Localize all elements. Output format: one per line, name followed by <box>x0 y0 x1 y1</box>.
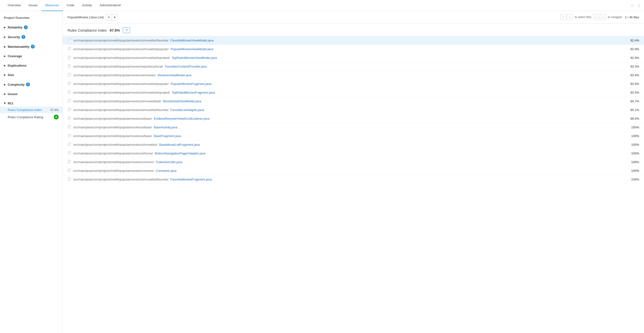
file-row[interactable]: src/main/java/com/projects/melih/popular… <box>63 158 644 167</box>
nav-overview[interactable]: Overview <box>4 0 24 11</box>
file-name[interactable]: MovieDetailViewModel.java <box>163 99 201 103</box>
file-left: src/main/java/com/projects/melih/popular… <box>68 90 625 95</box>
duplications-arrow: ▶ <box>4 64 6 67</box>
sidebar-item-rules-compliance-rating[interactable]: Rules Compliance Rating A <box>0 113 62 121</box>
metric-header: Rules Compliance Index 97.8% ↗ <box>63 24 644 36</box>
security-help-icon[interactable]: ? <box>22 35 25 39</box>
file-name[interactable]: BaseMovieListFragment.java <box>159 143 200 146</box>
sidebar-section-reliability-header[interactable]: ▶ Reliability ? <box>0 24 62 31</box>
nav-measures[interactable]: Measures <box>42 0 63 11</box>
list-view-icon: ≡ <box>108 16 110 19</box>
nav-activity[interactable]: Activity <box>78 0 96 11</box>
file-name[interactable]: FavoritesContentProvider.java <box>165 65 207 68</box>
nav-code[interactable]: Code <box>63 0 78 11</box>
project-label: PopularMovies (Java Lint) <box>68 16 104 19</box>
nav-up-button[interactable]: ↑ <box>560 14 566 20</box>
file-score: 92.9% <box>625 47 639 51</box>
file-row[interactable]: src/main/java/com/projects/melih/popular… <box>63 167 644 175</box>
file-row[interactable]: src/main/java/com/projects/melih/popular… <box>63 71 644 80</box>
file-score: 93.5% <box>625 82 639 86</box>
nav-down-button[interactable]: ↓ <box>567 14 573 20</box>
file-icon <box>68 38 72 43</box>
file-name[interactable]: ReviewsViewModel.java <box>158 73 192 77</box>
sidebar-section-size: ▶ Size <box>0 70 62 80</box>
file-row[interactable]: src/main/java/com/projects/melih/popular… <box>63 149 644 158</box>
file-score: 100% <box>625 178 639 181</box>
file-icon <box>68 151 72 156</box>
file-row[interactable]: src/main/java/com/projects/melih/popular… <box>63 114 644 123</box>
view-dropdown-button[interactable]: ▾ <box>112 15 118 20</box>
file-row[interactable]: src/main/java/com/projects/melih/popular… <box>63 45 644 54</box>
file-row[interactable]: src/main/java/com/projects/melih/popular… <box>63 62 644 71</box>
file-row[interactable]: src/main/java/com/projects/melih/popular… <box>63 175 644 184</box>
file-icon <box>68 160 72 164</box>
file-left: src/main/java/com/projects/melih/popular… <box>68 160 625 164</box>
sidebar-section-size-header[interactable]: ▶ Size <box>0 72 62 78</box>
sidebar-section-maintainability: ▶ Maintainability ? <box>0 42 62 51</box>
file-row[interactable]: src/main/java/com/projects/melih/popular… <box>63 106 644 114</box>
file-row[interactable]: src/main/java/com/projects/melih/popular… <box>63 36 644 45</box>
file-path: src/main/java/com/projects/melih/popular… <box>73 169 154 173</box>
file-row[interactable]: src/main/java/com/projects/melih/popular… <box>63 132 644 140</box>
file-name[interactable]: FavoriteListAdapter.java <box>170 108 204 112</box>
complexity-help-icon[interactable]: ? <box>26 83 30 86</box>
sidebar-section-maintainability-header[interactable]: ▶ Maintainability ? <box>0 43 62 50</box>
sidebar-section-issues-header[interactable]: ▶ Issues <box>0 91 62 97</box>
file-name[interactable]: CollectionUtils.java <box>156 160 182 164</box>
file-row[interactable]: src/main/java/com/projects/melih/popular… <box>63 123 644 132</box>
file-row[interactable]: src/main/java/com/projects/melih/popular… <box>63 140 644 149</box>
nav-administration[interactable]: Administration <box>96 0 125 11</box>
file-path: src/main/java/com/projects/melih/popular… <box>73 99 161 103</box>
file-name[interactable]: FavoriteMoviesViewModel.java <box>170 39 214 42</box>
file-left: src/main/java/com/projects/melih/popular… <box>68 108 625 112</box>
sidebar-section-rci: ▶ RCI Rules Compliance Index 97.8% Rules… <box>0 99 62 122</box>
file-name[interactable]: Constants.java <box>156 169 176 173</box>
maintainability-help-icon[interactable]: ? <box>31 45 35 49</box>
view-list-button[interactable]: ≡ <box>106 15 112 20</box>
file-icon <box>68 108 72 112</box>
file-row[interactable]: src/main/java/com/projects/melih/popular… <box>63 54 644 62</box>
file-name[interactable]: EndlessRecyclerViewScrollListener.java <box>154 117 209 120</box>
nav-issues[interactable]: Issues <box>24 0 42 11</box>
trend-button[interactable]: ↗ <box>123 27 130 33</box>
nav-right-button[interactable]: → <box>600 14 606 20</box>
file-row[interactable]: src/main/java/com/projects/melih/popular… <box>63 80 644 88</box>
sidebar-section-complexity-header[interactable]: ▶ Complexity ? <box>0 81 62 88</box>
select-files-text: to select files <box>575 16 592 19</box>
sidebar-section-security: ▶ Security ? <box>0 32 62 42</box>
file-name[interactable]: BottomNavigationPagerAdapter.java <box>155 152 206 155</box>
sidebar-section-security-header[interactable]: ▶ Security ? <box>0 34 62 40</box>
file-left: src/main/java/com/projects/melih/popular… <box>68 47 625 51</box>
reliability-label: Reliability <box>8 26 22 29</box>
file-row[interactable]: src/main/java/com/projects/melih/popular… <box>63 97 644 106</box>
file-name[interactable]: TopRatedMoviesViewModel.java <box>172 56 217 60</box>
file-name[interactable]: PopularMoviesViewModel.java <box>170 47 213 51</box>
file-path: src/main/java/com/projects/melih/popular… <box>73 143 157 146</box>
size-label: Size <box>8 73 14 77</box>
nav-icon-group: ☆ ⌂ <box>630 3 640 8</box>
star-icon[interactable]: ☆ <box>630 3 634 8</box>
sidebar-section-coverage-header[interactable]: ▶ Coverage <box>0 53 62 59</box>
file-row[interactable]: src/main/java/com/projects/melih/popular… <box>63 88 644 97</box>
metric-label: Rules Compliance Index <box>68 28 107 32</box>
file-score: 94.7% <box>625 99 639 103</box>
file-path: src/main/java/com/projects/melih/popular… <box>73 65 163 68</box>
file-name[interactable]: FavoriteMoviesFragment.java <box>170 178 212 181</box>
file-score: 98.6% <box>625 117 639 120</box>
sidebar-section-rci-header[interactable]: ▶ RCI <box>0 100 62 107</box>
sidebar-section-coverage: ▶ Coverage <box>0 51 62 61</box>
file-path: src/main/java/com/projects/melih/popular… <box>73 117 152 120</box>
nav-left-button[interactable]: ← <box>593 14 599 20</box>
size-arrow: ▶ <box>4 74 6 76</box>
file-score: 92.4% <box>625 39 639 42</box>
rules-compliance-index-label: Rules Compliance Index <box>8 108 42 112</box>
file-name[interactable]: BaseFragment.java <box>154 134 181 138</box>
reliability-help-icon[interactable]: ? <box>24 25 28 29</box>
file-name[interactable]: TopRatedMoviesFragment.java <box>172 91 215 94</box>
issues-label: Issues <box>8 92 17 96</box>
file-name[interactable]: BaseActivity.java <box>154 126 177 129</box>
file-name[interactable]: PopularMoviesFragment.java <box>170 82 211 86</box>
home-icon[interactable]: ⌂ <box>638 4 640 8</box>
sidebar-section-duplications-header[interactable]: ▶ Duplications <box>0 62 62 69</box>
sidebar-item-rules-compliance-index[interactable]: Rules Compliance Index 97.8% <box>0 107 62 113</box>
